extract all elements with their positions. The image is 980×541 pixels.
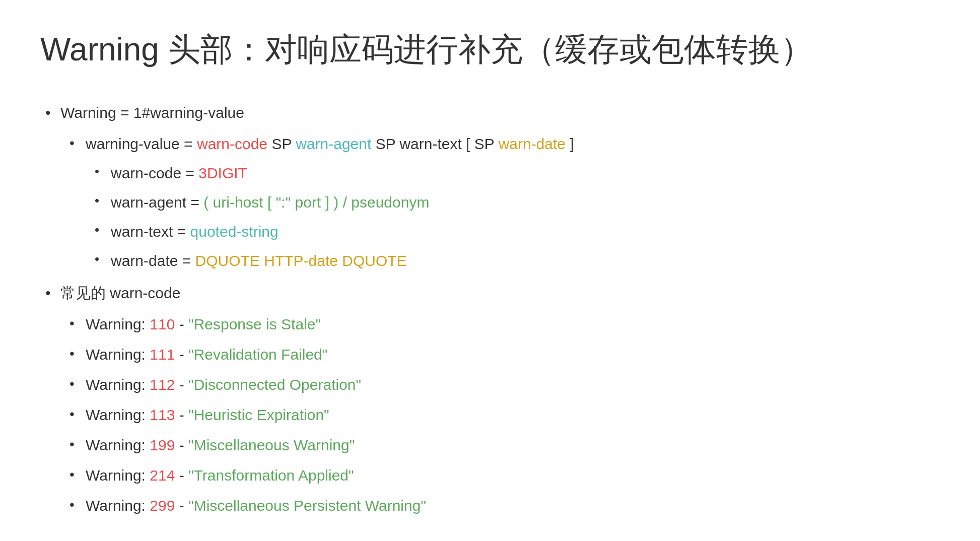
list-item-warn-code: warn-code = 3DIGIT <box>86 160 940 187</box>
w112-dash: - <box>175 376 188 393</box>
wc-value: 3DIGIT <box>198 165 247 181</box>
w214-msg: "Transformation Applied" <box>188 467 354 484</box>
wv-bracket: ] <box>566 136 574 152</box>
common-warn-code-label: 常见的 warn-code <box>60 285 180 301</box>
list-item-w110: Warning: 110 - "Response is Stale" <box>60 311 940 338</box>
w113-msg: "Heuristic Expiration" <box>188 407 329 423</box>
list-item-warning-value: warning-value = warn-code SP warn-agent … <box>60 130 940 275</box>
wc-label: warn-code = <box>111 165 198 181</box>
list-item-w214: Warning: 214 - "Transformation Applied" <box>60 462 940 489</box>
w113-code: 113 <box>150 407 175 423</box>
content-area: Warning = 1#warning-value warning-value … <box>40 99 940 519</box>
list-item-w111: Warning: 111 - "Revalidation Failed" <box>60 341 940 368</box>
list-item-w112: Warning: 112 - "Disconnected Operation" <box>60 371 940 398</box>
w110-dash: - <box>175 316 188 332</box>
wt-value: quoted-string <box>190 223 278 240</box>
warn-code-examples-list: Warning: 110 - "Response is Stale" Warni… <box>60 311 940 519</box>
list-item-w113: Warning: 113 - "Heuristic Expiration" <box>60 401 940 429</box>
wv-sp1: SP <box>267 136 296 152</box>
w199-dash: - <box>175 437 188 453</box>
w299-dash: - <box>175 497 188 514</box>
w110-prefix: Warning: <box>86 316 150 332</box>
w214-dash: - <box>175 467 188 484</box>
w199-msg: "Miscellaneous Warning" <box>188 437 355 453</box>
wv-warn-code: warn-code <box>197 136 267 152</box>
w112-code: 112 <box>150 376 175 393</box>
wv-warn-date: warn-date <box>499 136 566 152</box>
w111-prefix: Warning: <box>86 346 150 363</box>
w113-dash: - <box>175 407 188 423</box>
list-item-common-warn-code: 常见的 warn-code Warning: 110 - "Response i… <box>40 280 940 519</box>
w299-prefix: Warning: <box>86 497 150 514</box>
w113-prefix: Warning: <box>86 407 150 423</box>
w199-code: 199 <box>150 437 175 453</box>
list-item-warn-agent: warn-agent = ( uri-host [ ":" port ] ) /… <box>86 189 940 216</box>
list-item-warn-date: warn-date = DQUOTE HTTP-date DQUOTE <box>86 247 940 275</box>
wv-warn-agent: warn-agent <box>296 136 371 152</box>
wa-label: warn-agent = <box>111 194 203 211</box>
wv-text1: warning-value = <box>86 136 197 152</box>
w214-code: 214 <box>150 467 175 484</box>
warning-value-list: warning-value = warn-code SP warn-agent … <box>60 130 940 275</box>
main-list: Warning = 1#warning-value warning-value … <box>40 99 940 519</box>
list-item-w299: Warning: 299 - "Miscellaneous Persistent… <box>60 492 940 519</box>
wd-label: warn-date = <box>111 252 195 269</box>
list-item-warn-text: warn-text = quoted-string <box>86 218 940 245</box>
w110-code: 110 <box>150 316 175 332</box>
w299-code: 299 <box>150 497 175 514</box>
wv-sp2: SP warn-text [ SP <box>371 136 498 152</box>
w111-code: 111 <box>150 346 175 363</box>
warn-fields-list: warn-code = 3DIGIT warn-agent = ( uri-ho… <box>86 160 940 275</box>
page-title: Warning 头部：对响应码进行补充（缓存或包体转换） <box>40 30 940 69</box>
w112-prefix: Warning: <box>86 376 150 393</box>
w214-prefix: Warning: <box>86 467 150 484</box>
wa-value: ( uri-host [ ":" port ] ) / pseudonym <box>203 194 429 211</box>
w111-dash: - <box>175 346 188 363</box>
list-item-warning-def: Warning = 1#warning-value warning-value … <box>40 99 940 275</box>
wt-label: warn-text = <box>111 223 190 240</box>
wd-value: DQUOTE HTTP-date DQUOTE <box>195 252 407 269</box>
w111-msg: "Revalidation Failed" <box>188 346 327 363</box>
w112-msg: "Disconnected Operation" <box>188 376 361 393</box>
w199-prefix: Warning: <box>86 437 150 453</box>
w110-msg: "Response is Stale" <box>188 316 321 332</box>
warning-def-label: Warning = 1#warning-value <box>60 104 244 121</box>
warning-value-parts: warning-value = warn-code SP warn-agent … <box>86 136 574 152</box>
w299-msg: "Miscellaneous Persistent Warning" <box>188 497 426 514</box>
list-item-w199: Warning: 199 - "Miscellaneous Warning" <box>60 432 940 459</box>
